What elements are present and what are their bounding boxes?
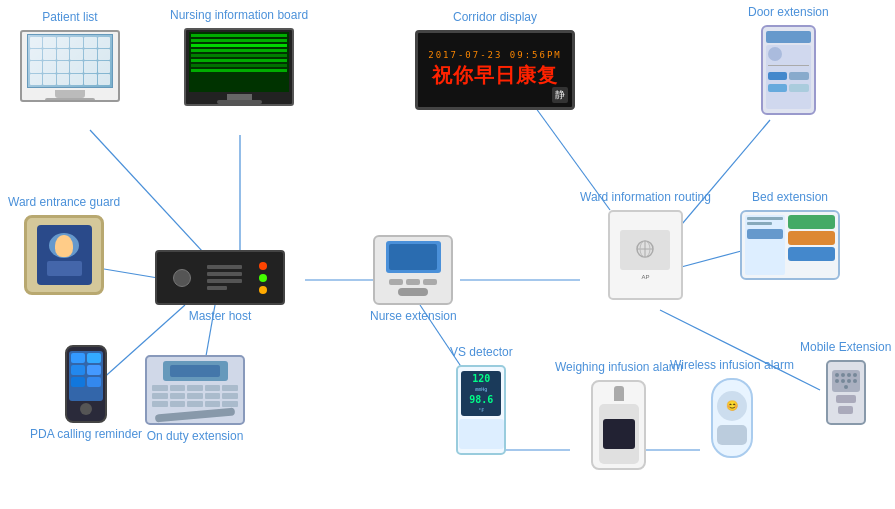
nurse-extension-image bbox=[373, 235, 453, 305]
patient-list-image bbox=[20, 30, 120, 102]
weighing-alarm-device: Weighing infusion alarm bbox=[555, 360, 683, 470]
on-duty-image bbox=[145, 355, 245, 425]
led-quiet-indicator: 静 bbox=[552, 87, 568, 103]
vs-detector-label: VS detector bbox=[450, 345, 513, 361]
vs-detector-device: VS detector 120 mmHg 98.6 °F bbox=[450, 345, 513, 455]
ward-entrance-image bbox=[24, 215, 104, 295]
bed-extension-label: Bed extension bbox=[752, 190, 828, 206]
ward-routing-image: AP bbox=[608, 210, 683, 300]
master-host-device: Master host bbox=[155, 250, 285, 325]
master-host-image bbox=[155, 250, 285, 305]
wireless-alarm-device: Wireless infusion alarm 😊 bbox=[670, 358, 794, 458]
corridor-display-label: Corridor display bbox=[453, 10, 537, 26]
wireless-alarm-body: 😊 bbox=[711, 378, 753, 458]
patient-list-label: Patient list bbox=[42, 10, 97, 26]
wireless-alarm-image: 😊 bbox=[711, 378, 753, 458]
corridor-display-device: Corridor display 2017-07-23 09:56PM 祝你早日… bbox=[415, 10, 575, 110]
pda-body bbox=[65, 345, 107, 423]
master-host-label: Master host bbox=[189, 309, 252, 325]
bed-tablet-body bbox=[740, 210, 840, 280]
monitor-screen bbox=[27, 34, 113, 88]
bed-extension-device: Bed extension bbox=[740, 190, 840, 280]
pda-label: PDA calling reminder bbox=[30, 427, 142, 443]
big-monitor-screen bbox=[189, 32, 289, 93]
ward-routing-device: Ward information routing AP bbox=[580, 190, 711, 300]
mobile-ext-device: Mobile Extension bbox=[800, 340, 891, 425]
nurse-extension-label: Nurse extension bbox=[370, 309, 457, 325]
alarm-device-body bbox=[591, 380, 646, 470]
pda-image bbox=[65, 345, 107, 423]
master-host-body bbox=[155, 250, 285, 305]
vs-detector-body: 120 mmHg 98.6 °F bbox=[456, 365, 506, 455]
desk-phone-body bbox=[145, 355, 245, 425]
vs-detector-image: 120 mmHg 98.6 °F bbox=[456, 365, 506, 455]
ip-phone-body bbox=[373, 235, 453, 305]
weighing-alarm-image bbox=[591, 380, 646, 470]
bed-extension-image bbox=[740, 210, 840, 280]
led-main-text: 祝你早日康复 bbox=[424, 62, 566, 89]
diagram-container: Patient list Nursing information board bbox=[0, 0, 895, 509]
door-extension-device: Door extension bbox=[748, 5, 829, 115]
mobile-ext-image bbox=[826, 360, 866, 425]
mobile-ext-body bbox=[826, 360, 866, 425]
patient-list-device: Patient list bbox=[20, 10, 120, 102]
led-panel-body: 2017-07-23 09:56PM 祝你早日康复 静 bbox=[415, 30, 575, 110]
routing-box-body: AP bbox=[608, 210, 683, 300]
nursing-board-device: Nursing information board bbox=[170, 8, 308, 106]
on-duty-device: On duty extension bbox=[145, 355, 245, 445]
ward-entrance-label: Ward entrance guard bbox=[8, 195, 120, 211]
monitor-body bbox=[20, 30, 120, 102]
wireless-alarm-label: Wireless infusion alarm bbox=[670, 358, 794, 374]
nurse-extension-device: Nurse extension bbox=[370, 235, 457, 325]
nursing-board-label: Nursing information board bbox=[170, 8, 308, 24]
big-monitor-body bbox=[184, 28, 294, 106]
weighing-alarm-label: Weighing infusion alarm bbox=[555, 360, 683, 376]
pda-device: PDA calling reminder bbox=[30, 345, 142, 443]
on-duty-label: On duty extension bbox=[147, 429, 244, 445]
door-extension-image bbox=[761, 25, 816, 115]
door-extension-label: Door extension bbox=[748, 5, 829, 21]
nursing-board-image bbox=[184, 28, 294, 106]
ward-entrance-device: Ward entrance guard bbox=[8, 195, 120, 295]
ward-routing-label: Ward information routing bbox=[580, 190, 711, 206]
corridor-display-image: 2017-07-23 09:56PM 祝你早日康复 静 bbox=[415, 30, 575, 110]
mobile-ext-label: Mobile Extension bbox=[800, 340, 891, 356]
led-time-text: 2017-07-23 09:56PM bbox=[424, 50, 566, 60]
door-tablet-body bbox=[761, 25, 816, 115]
